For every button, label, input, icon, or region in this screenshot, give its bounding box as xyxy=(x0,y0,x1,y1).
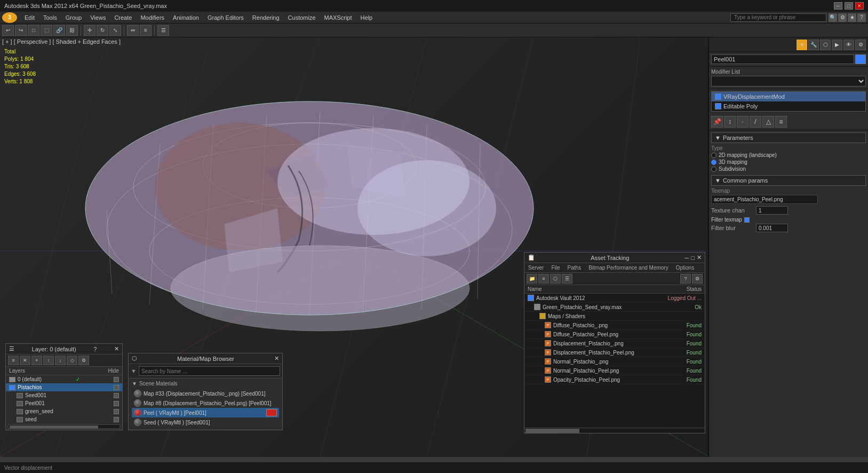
layer-vis-seed[interactable] xyxy=(114,417,119,422)
rp-create-icon[interactable]: ✦ xyxy=(797,40,807,50)
radio-subdiv[interactable]: Subdivision xyxy=(711,166,866,172)
mod-checkbox-vray[interactable] xyxy=(715,93,721,100)
layer-add-btn[interactable]: + xyxy=(31,356,42,365)
modifier-dropdown[interactable] xyxy=(711,76,866,86)
toolbar-align[interactable]: ≡ xyxy=(140,25,152,36)
layer-move-down-btn[interactable]: ↓ xyxy=(55,356,66,365)
material-title-bar[interactable]: ⬡ Material/Map Browser ✕ xyxy=(129,353,282,364)
asset-menu-server[interactable]: Server xyxy=(527,264,545,271)
toolbar-select2[interactable]: ⬚ xyxy=(41,25,52,36)
asset-row-maps[interactable]: Maps / Shaders xyxy=(524,312,705,321)
menu-create[interactable]: Create xyxy=(110,13,136,22)
search-more-icon[interactable]: ⚙ xyxy=(838,13,847,22)
toolbar-scale[interactable]: ⤡ xyxy=(109,25,121,36)
asset-title-bar[interactable]: 📋 Asset Tracking ─ □ ✕ xyxy=(524,253,705,263)
asset-menu-bitmap[interactable]: Bitmap Performance and Memory xyxy=(587,264,670,271)
asset-row-disp1[interactable]: P Displacement_Pistachio_.png Found xyxy=(524,339,705,348)
mod-edge-btn[interactable]: / xyxy=(750,116,761,128)
menu-help[interactable]: Help xyxy=(356,13,377,22)
search-input[interactable] xyxy=(730,13,826,22)
asset-menu-paths[interactable]: Paths xyxy=(566,264,583,271)
params-header[interactable]: ▼ Parameters xyxy=(711,132,866,143)
layer-item-peel001[interactable]: Peel001 xyxy=(6,399,122,407)
layers-scrollbar[interactable] xyxy=(8,424,120,429)
asset-maximize-icon[interactable]: □ xyxy=(691,255,695,261)
layer-delete-btn[interactable]: ✕ xyxy=(20,356,30,365)
asset-close-icon[interactable]: ✕ xyxy=(697,254,702,261)
rp-modify-icon[interactable]: 🔧 xyxy=(808,40,819,50)
mod-pin-btn[interactable]: 📌 xyxy=(711,116,723,128)
layer-select-btn[interactable]: ◇ xyxy=(67,356,77,365)
layers-title-bar[interactable]: ☰ Layer: 0 (default) ? ✕ xyxy=(6,344,122,354)
layer-all-btn[interactable]: ≡ xyxy=(8,356,19,365)
asset-row-vault[interactable]: Autodesk Vault 2012 Logged Out ... xyxy=(524,294,705,303)
layer-item-seed[interactable]: seed xyxy=(6,415,122,423)
layer-vis-peel001[interactable] xyxy=(114,401,119,406)
layer-item-green-seed[interactable]: green_seed xyxy=(6,407,122,415)
asset-minimize-icon[interactable]: ─ xyxy=(685,255,689,261)
menu-graph-editors[interactable]: Graph Editors xyxy=(203,13,248,22)
asset-row-normal2[interactable]: P Normal_Pistachio_Peel.png Found xyxy=(524,366,705,375)
mod-item-edpoly[interactable]: Editable Poly xyxy=(712,101,865,111)
layer-vis-green-seed[interactable] xyxy=(114,409,119,414)
scene-materials-header[interactable]: ▼ Scene Materials xyxy=(132,381,279,387)
toolbar-layer-mgr[interactable]: ☰ xyxy=(157,25,169,36)
layers-scrollbar-thumb[interactable] xyxy=(10,425,98,429)
mat-item-2[interactable]: Peel ( VRayMtl ) [Peel001] xyxy=(132,408,279,417)
filter-texmap-checkbox[interactable] xyxy=(744,217,750,223)
menu-tools[interactable]: Tools xyxy=(39,13,61,22)
layer-options-btn[interactable]: ⚙ xyxy=(78,356,89,365)
mat-item-3[interactable]: Seed ( VRayMtl ) [Seed001] xyxy=(132,417,279,427)
mat-item-0[interactable]: Map #33 (Displacement_Pistachio_.png) [S… xyxy=(132,389,279,398)
asset-tb-4[interactable]: ☰ xyxy=(562,274,572,283)
texture-chan-input[interactable] xyxy=(756,206,788,215)
toolbar-rotate[interactable]: ↻ xyxy=(97,25,108,36)
asset-row-disp2[interactable]: P Displacement_Pistachio_Peel.png Found xyxy=(524,348,705,357)
search-icon[interactable]: 🔍 xyxy=(829,13,837,22)
object-name-input[interactable] xyxy=(711,54,854,64)
mod-select-btn[interactable]: ↕ xyxy=(724,116,736,128)
mod-item-vray[interactable]: VRayDisplacementMod xyxy=(712,92,865,101)
menu-animation[interactable]: Animation xyxy=(169,13,203,22)
toolbar-undo[interactable]: ↩ xyxy=(2,25,14,36)
mod-checkbox-edpoly[interactable] xyxy=(715,103,721,109)
object-color-swatch[interactable] xyxy=(855,54,866,64)
minimize-button[interactable]: ─ xyxy=(834,2,842,10)
asset-menu-options[interactable]: Options xyxy=(674,264,696,271)
menu-customize[interactable]: Customize xyxy=(284,13,320,22)
asset-tb-settings[interactable]: ⚙ xyxy=(692,274,703,283)
radio-2d[interactable]: 2D mapping (landscape) xyxy=(711,152,866,158)
close-button[interactable]: ✕ xyxy=(855,2,864,10)
help-icon[interactable]: ? xyxy=(857,13,866,22)
menu-rendering[interactable]: Rendering xyxy=(248,13,284,22)
toolbar-redo[interactable]: ↪ xyxy=(15,25,27,36)
radio-3d[interactable]: 3D mapping xyxy=(711,159,866,165)
toolbar-link[interactable]: 🔗 xyxy=(53,25,65,36)
layer-vis-seed001[interactable] xyxy=(114,393,119,398)
toolbar-unlink[interactable]: ⛓ xyxy=(66,25,78,36)
asset-tb-help[interactable]: ? xyxy=(680,274,691,283)
rp-display-icon[interactable]: 👁 xyxy=(843,40,854,50)
material-close-icon[interactable]: ✕ xyxy=(274,355,279,362)
maximize-button[interactable]: □ xyxy=(845,2,853,10)
asset-row-normal1[interactable]: P Normal_Pistachio_.png Found xyxy=(524,357,705,366)
layer-item-seed001[interactable]: Seed001 xyxy=(6,391,122,399)
asset-tb-3[interactable]: ⬡ xyxy=(550,274,561,283)
menu-group[interactable]: Group xyxy=(61,13,86,22)
asset-row-opacity[interactable]: P Opacity_Pistachio_Peel.png Found xyxy=(524,375,705,384)
material-search-input[interactable] xyxy=(139,366,280,376)
asset-tb-2[interactable]: ≡ xyxy=(538,274,549,283)
asset-scrollbar-thumb[interactable] xyxy=(525,429,579,433)
mat-item-1[interactable]: Map #8 (Displacement_Pistachio_Peel.png)… xyxy=(132,398,279,408)
layer-vis-default[interactable] xyxy=(114,377,119,382)
asset-row-diffuse2[interactable]: P Diffuse_Pistachio_Peel.png Found xyxy=(524,330,705,339)
rp-utilities-icon[interactable]: ⚙ xyxy=(855,40,866,50)
asset-row-diffuse1[interactable]: P Diffuse_Pistachio_.png Found xyxy=(524,321,705,330)
layer-item-pistachios[interactable]: Pistachios xyxy=(6,383,122,391)
menu-edit[interactable]: Edit xyxy=(20,13,39,22)
layers-close-icon[interactable]: ✕ xyxy=(114,345,119,352)
star-icon[interactable]: ★ xyxy=(848,13,856,22)
mod-vertex-btn[interactable]: · xyxy=(737,116,748,128)
layer-item-0default[interactable]: 0 (default) ✓ xyxy=(6,375,122,383)
asset-row-max[interactable]: Green_Pistachio_Seed_vray.max Ok xyxy=(524,303,705,312)
